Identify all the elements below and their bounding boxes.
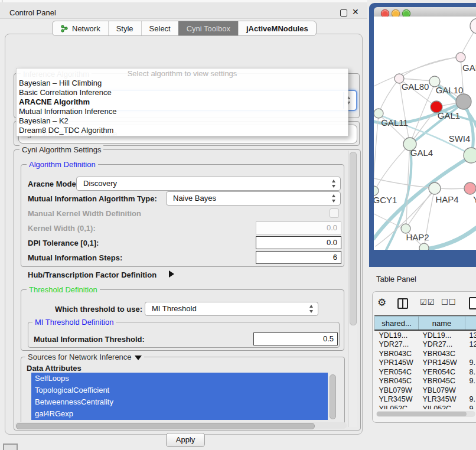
kernel-width-field[interactable]: 0.0 <box>256 221 341 234</box>
gear-icon[interactable]: ⚙ <box>377 296 386 308</box>
tab-label: Cyni Toolbox <box>187 24 230 33</box>
table-wrap: shared...nameA YDL19...YDL19...13YDR27..… <box>374 315 476 409</box>
close-panel-icon[interactable]: ✕ <box>352 7 359 17</box>
select-all-icon[interactable]: ☑☑ <box>420 298 435 306</box>
table-row[interactable]: YDL19...YDL19...13 <box>375 330 476 340</box>
which-threshold-value: MI Threshold <box>152 304 197 313</box>
column-header-a[interactable]: A <box>465 317 476 331</box>
network-node-gcy1[interactable] <box>374 186 379 195</box>
attribute-item-topologicalcoefficient[interactable]: TopologicalCoefficient <box>31 384 328 396</box>
dpi-tolerance-field[interactable]: 0.0 <box>256 236 341 249</box>
network-edge[interactable] <box>374 115 379 188</box>
hub-definition-label[interactable]: Hub/Transcription Factor Definition <box>28 270 157 279</box>
which-threshold-combo[interactable]: MI Threshold <box>145 302 318 316</box>
table-row[interactable]: YER054CYER054C8. <box>375 367 476 377</box>
table-row[interactable]: YIL052CYIL052C9 <box>375 404 476 409</box>
network-node-swi4[interactable] <box>464 148 476 163</box>
collapse-arrow-icon[interactable] <box>135 356 142 360</box>
deselect-all-icon[interactable]: ☐☐ <box>441 298 456 306</box>
network-node[interactable] <box>470 18 476 34</box>
settings-hscrollbar-thumb[interactable] <box>16 423 315 429</box>
sources-legend[interactable]: Sources for Network Inference <box>25 353 144 361</box>
value-cell: 9. <box>465 358 476 368</box>
table-row[interactable]: YBR043CYBR043C <box>375 349 476 358</box>
algorithm-option-mutual-information-inference[interactable]: Mutual Information Inference <box>17 107 348 116</box>
settings-scrollbar-thumb[interactable] <box>350 152 357 325</box>
table-header-row: shared...nameA <box>375 317 476 331</box>
export-icon[interactable] <box>469 297 476 309</box>
value-cell <box>465 386 476 395</box>
table-row[interactable]: YPR145WYPR145W9. <box>375 358 476 368</box>
tab-select[interactable]: Select <box>141 21 178 35</box>
combo-stepper-icon <box>309 305 314 313</box>
network-edge[interactable] <box>399 57 460 79</box>
network-canvas[interactable]: GALGAL80GAL10GAL1GAL11SWI4GAL4GCY1HAP4YH… <box>374 17 476 250</box>
mi-steps-field[interactable]: 6 <box>256 251 341 264</box>
network-node-gal11[interactable] <box>374 109 383 118</box>
mi-type-combo[interactable]: Naive Bayes <box>166 191 341 206</box>
attribute-item-betweennesscentrality[interactable]: BetweennessCentrality <box>31 396 328 408</box>
table-row[interactable]: YLR345WYLR345W9. <box>375 395 476 405</box>
tab-jactivemnodules[interactable]: jActiveMNodules <box>238 21 316 35</box>
table-row[interactable]: YDR27...YDR27...12 <box>375 340 476 350</box>
node-label-gal80: GAL80 <box>402 81 429 92</box>
shared-name-cell: YLR345W <box>375 395 419 405</box>
algorithm-option-aracne-algorithm[interactable]: ARACNE Algorithm <box>17 97 348 107</box>
column-header-name[interactable]: name <box>419 317 465 331</box>
threshold-definition-legend: Threshold Definition <box>27 285 100 294</box>
table-panel-title: Table Panel <box>376 275 416 283</box>
value-cell: 9 <box>465 404 476 409</box>
shared-name-cell: YDR27... <box>375 340 419 350</box>
network-node[interactable] <box>456 94 471 109</box>
split-columns-icon[interactable] <box>397 298 408 309</box>
algorithm-option-bayesian-k2[interactable]: Bayesian – K2 <box>17 116 348 126</box>
network-edge[interactable] <box>379 79 399 113</box>
value-cell <box>465 349 476 358</box>
float-panel-icon[interactable] <box>340 9 347 17</box>
tab-cyni-toolbox[interactable]: Cyni Toolbox <box>178 21 238 35</box>
kernel-width-label: Kernel Width (0,1): <box>28 224 96 233</box>
mi-steps-label: Mutual Information Steps: <box>28 253 122 262</box>
aracne-mode-combo[interactable]: Discovery <box>76 177 341 191</box>
attribute-item-gal4rgexp[interactable]: gal4RGexp <box>31 408 328 420</box>
attributes-scrollbar-thumb[interactable] <box>330 374 336 419</box>
manual-kernel-checkbox[interactable] <box>330 208 339 218</box>
network-graph: GALGAL80GAL10GAL1GAL11SWI4GAL4GCY1HAP4YH… <box>374 17 476 250</box>
minimized-panel-icon[interactable] <box>3 444 18 450</box>
network-edge[interactable] <box>374 214 402 228</box>
node-table: shared...nameA YDL19...YDL19...13YDR27..… <box>374 316 476 409</box>
algorithm-option-dream8-dc-tdc-algorithm[interactable]: Dream8 DC_TDC Algorithm <box>17 126 348 135</box>
apply-button[interactable]: Apply <box>166 433 205 447</box>
network-node[interactable] <box>419 243 429 250</box>
algorithm-dropdown: Select algorithm to view settings Bayesi… <box>16 68 348 136</box>
name-cell: YBR043C <box>419 349 465 358</box>
tab-label: Select <box>149 24 171 33</box>
tab-label: Style <box>116 24 133 33</box>
tab-style[interactable]: Style <box>108 21 141 35</box>
tab-label: jActiveMNodules <box>246 24 308 33</box>
algorithm-option-bayesian-hill-climbing[interactable]: Bayesian – Hill Climbing <box>17 79 348 88</box>
network-node-y[interactable] <box>464 182 476 194</box>
network-edge[interactable] <box>422 228 476 250</box>
control-panel-body: Inference Algorithm galFiltered.sif defa… <box>5 34 363 435</box>
network-edge[interactable] <box>441 188 464 189</box>
table-hscrollbar[interactable] <box>376 411 475 417</box>
network-node-gal[interactable] <box>456 53 465 62</box>
table-hscrollbar-thumb[interactable] <box>377 412 467 416</box>
attribute-item-selfloops[interactable]: SelfLoops <box>31 373 328 384</box>
algorithm-option-basic-correlation-inference[interactable]: Basic Correlation Inference <box>17 88 348 97</box>
network-node-hap4[interactable] <box>429 182 441 194</box>
shared-name-cell: YBR043C <box>375 349 419 358</box>
tab-network[interactable]: Network <box>53 21 108 35</box>
mi-threshold-field[interactable]: 0.5 <box>253 332 338 345</box>
mi-threshold-legend: MI Threshold Definition <box>32 318 116 327</box>
expand-arrow-icon[interactable] <box>169 270 174 278</box>
table-row[interactable]: YBL079WYBL079W <box>375 386 476 395</box>
data-attributes-label: Data Attributes <box>27 364 81 373</box>
column-header-shared[interactable]: shared... <box>375 317 419 331</box>
table-row[interactable]: YBR045CYBR045C9. <box>375 377 476 386</box>
network-edge[interactable] <box>374 178 430 188</box>
network-edge[interactable] <box>376 144 410 188</box>
network-edge[interactable] <box>400 83 410 144</box>
mi-threshold-label: Mutual Information Threshold: <box>34 335 145 344</box>
